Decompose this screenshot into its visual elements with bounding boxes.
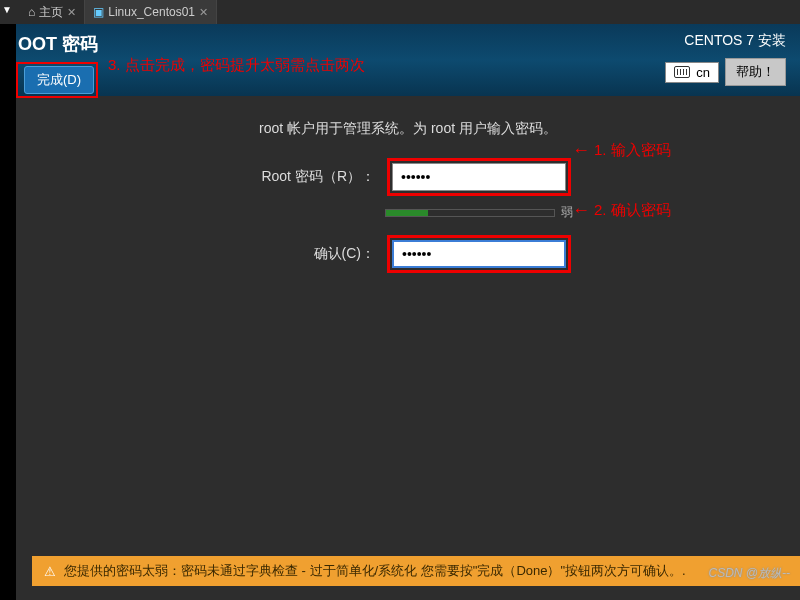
keyboard-selector[interactable]: cn <box>665 62 719 83</box>
page-title: OOT 密码 <box>18 32 98 56</box>
root-password-highlight <box>387 158 571 196</box>
warning-bar: ⚠ 您提供的密码太弱：密码未通过字典检查 - 过于简单化/系统化 您需要按"完成… <box>32 556 800 586</box>
root-password-row: Root 密码（R）： <box>56 158 760 196</box>
watermark: CSDN @放纵-- <box>708 565 790 582</box>
description-text: root 帐户用于管理系统。为 root 用户输入密码。 <box>56 120 760 138</box>
keyboard-icon <box>674 66 690 78</box>
warning-icon: ⚠ <box>44 564 56 579</box>
tab-vm[interactable]: ▣ Linux_Centos01 ✕ <box>85 0 217 24</box>
done-button[interactable]: 完成(D) <box>24 66 94 94</box>
dropdown-icon[interactable]: ▼ <box>2 4 12 15</box>
confirm-password-input[interactable] <box>392 240 566 268</box>
warning-text: 您提供的密码太弱：密码未通过字典检查 - 过于简单化/系统化 您需要按"完成（D… <box>64 562 686 580</box>
close-icon[interactable]: ✕ <box>199 6 208 19</box>
confirm-password-row: 确认(C)： <box>56 235 760 273</box>
strength-bar <box>385 209 555 217</box>
arrow-icon: ← <box>572 200 590 221</box>
install-title: CENTOS 7 安装 <box>684 32 786 50</box>
confirm-password-highlight <box>387 235 571 273</box>
close-icon[interactable]: ✕ <box>67 6 76 19</box>
keyboard-label: cn <box>696 65 710 80</box>
vm-tab-bar: ⌂ 主页 ✕ ▣ Linux_Centos01 ✕ <box>0 0 800 24</box>
annotation-confirm: ← 2. 确认密码 <box>572 200 671 221</box>
annotation-done: 3. 点击完成，密码提升太弱需点击两次 <box>108 56 365 75</box>
done-highlight: 完成(D) <box>16 62 98 98</box>
confirm-password-label: 确认(C)： <box>245 245 375 263</box>
help-button[interactable]: 帮助！ <box>725 58 786 86</box>
arrow-icon: ← <box>572 140 590 161</box>
vm-icon: ▣ <box>93 5 104 19</box>
root-password-label: Root 密码（R）： <box>245 168 375 186</box>
home-icon: ⌂ <box>28 5 35 19</box>
content-area: root 帐户用于管理系统。为 root 用户输入密码。 Root 密码（R）：… <box>16 96 800 305</box>
tab-vm-label: Linux_Centos01 <box>108 5 195 19</box>
annotation-password: ← 1. 输入密码 <box>572 140 671 161</box>
tab-home-label: 主页 <box>39 4 63 21</box>
tab-home[interactable]: ⌂ 主页 ✕ <box>20 0 85 24</box>
root-password-input[interactable] <box>392 163 566 191</box>
installer-window: OOT 密码 完成(D) CENTOS 7 安装 cn 帮助！ root 帐户用… <box>16 24 800 600</box>
left-border <box>0 24 16 600</box>
